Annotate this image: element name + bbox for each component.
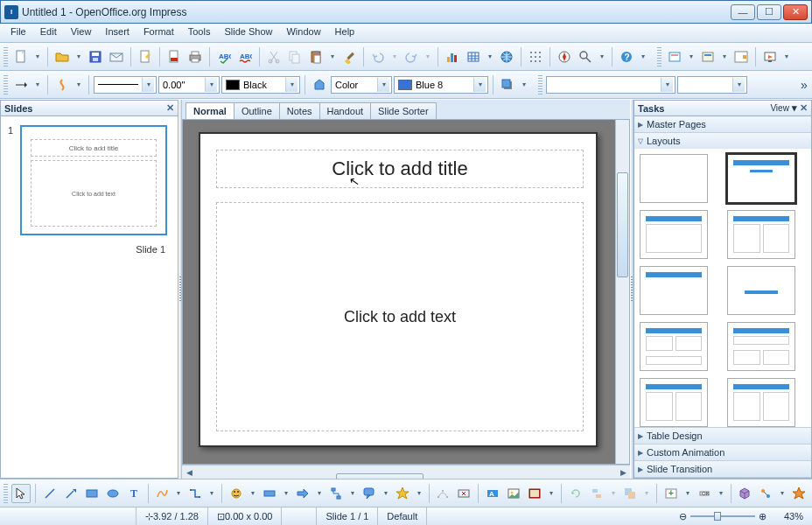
hyperlink-button[interactable]: [497, 47, 516, 66]
slides-panel-close-button[interactable]: ✕: [166, 102, 174, 114]
section-header-table-design[interactable]: ▶Table Design: [634, 428, 811, 444]
gallery-dropdown[interactable]: ▾: [546, 489, 556, 497]
navigator-button[interactable]: [555, 47, 574, 66]
zoom-knob[interactable]: [714, 512, 721, 521]
auto-spellcheck-button[interactable]: ABC: [235, 47, 255, 66]
insert-slide-button[interactable]: +: [662, 484, 681, 503]
slide-thumbnail[interactable]: Click to add title Click to add text: [20, 125, 167, 235]
zoom-out-button[interactable]: ⊖: [679, 511, 687, 522]
cut-button[interactable]: [264, 47, 284, 66]
help-button[interactable]: ?: [617, 47, 636, 66]
new-document-button[interactable]: [11, 47, 31, 66]
section-header-layouts[interactable]: ▽Layouts: [634, 133, 811, 149]
scroll-left-icon[interactable]: ◀: [182, 466, 196, 479]
redo-button[interactable]: [402, 47, 421, 66]
menu-file[interactable]: File: [4, 24, 33, 42]
menu-format[interactable]: Format: [136, 24, 181, 42]
minimize-button[interactable]: —: [731, 4, 755, 20]
arrow-style-button[interactable]: [11, 75, 31, 94]
connector-dropdown[interactable]: ▾: [206, 489, 217, 497]
slide-design-button[interactable]: [698, 47, 718, 66]
scroll-thumb-v[interactable]: [617, 172, 628, 277]
slide-canvas-inner[interactable]: Click to add title ↖ Click to add text: [183, 120, 615, 464]
tab-slide-sorter[interactable]: Slide Sorter: [370, 102, 436, 119]
layout-blank[interactable]: [640, 154, 708, 203]
toolbar-grip-3[interactable]: [4, 75, 8, 94]
menu-slideshow[interactable]: Slide Show: [217, 24, 279, 42]
controls-dropdown[interactable]: ▾: [716, 489, 726, 497]
section-header-slide-transition[interactable]: ▶Slide Transition: [634, 461, 811, 477]
toolbar-grip-4[interactable]: [538, 75, 542, 94]
tasks-panel-close-button[interactable]: ✕: [800, 102, 808, 113]
layout-title-single[interactable]: [640, 210, 708, 259]
layout-title-four-b[interactable]: [727, 378, 795, 427]
format-paintbrush-button[interactable]: [340, 47, 359, 66]
stars-button[interactable]: [393, 484, 412, 503]
fill-mode-combo[interactable]: Color▾: [331, 76, 392, 94]
status-slide-style[interactable]: Default: [378, 508, 427, 525]
help-dropdown[interactable]: ▾: [638, 52, 648, 60]
arrange-button[interactable]: [620, 484, 640, 503]
new-document-dropdown[interactable]: ▾: [32, 52, 43, 60]
slide-dropdown[interactable]: ▾: [686, 52, 696, 60]
tasks-view-link[interactable]: View: [770, 103, 789, 113]
basic-shapes-button[interactable]: [227, 484, 246, 503]
slideshow-button[interactable]: [760, 47, 780, 66]
slideshow-dropdown[interactable]: ▾: [781, 52, 792, 60]
curve-dropdown[interactable]: ▾: [173, 489, 184, 497]
area-style-button[interactable]: [310, 75, 329, 94]
align-dropdown[interactable]: ▾: [608, 489, 619, 497]
save-button[interactable]: [86, 47, 105, 66]
zoom-dropdown[interactable]: ▾: [597, 52, 607, 60]
line-arrow-tool-button[interactable]: [61, 484, 80, 503]
export-pdf-button[interactable]: [164, 47, 184, 66]
zoom-slider[interactable]: ⊖ ⊕: [670, 508, 775, 525]
slide-button[interactable]: [665, 47, 684, 66]
fill-color-combo[interactable]: Blue 8▾: [394, 76, 488, 94]
text-tool-button[interactable]: T: [124, 484, 144, 503]
symbol-shapes-button[interactable]: [260, 484, 279, 503]
controls-button[interactable]: OK: [695, 484, 714, 503]
print-button[interactable]: [186, 47, 205, 66]
menu-edit[interactable]: Edit: [33, 24, 64, 42]
layout-centered-text[interactable]: [727, 266, 795, 315]
menu-tools[interactable]: Tools: [181, 24, 218, 42]
fontwork-button[interactable]: A: [483, 484, 502, 503]
tab-outline[interactable]: Outline: [234, 102, 280, 119]
open-button[interactable]: [52, 47, 72, 66]
select-tool-button[interactable]: [11, 484, 31, 503]
section-header-master-pages[interactable]: ▶Master Pages: [634, 116, 811, 132]
callouts-dropdown[interactable]: ▾: [381, 489, 391, 497]
slide-layout-button[interactable]: [732, 47, 751, 66]
layout-title-two-content[interactable]: [727, 210, 795, 259]
menu-help[interactable]: Help: [328, 24, 362, 42]
extrusion-button[interactable]: [736, 484, 755, 503]
copy-button[interactable]: [285, 47, 304, 66]
layout-title-four-cells[interactable]: [640, 378, 708, 427]
rectangle-tool-button[interactable]: [82, 484, 102, 503]
toolbar-grip[interactable]: [4, 47, 8, 66]
title-placeholder[interactable]: Click to add title: [216, 150, 584, 188]
block-arrows-button[interactable]: [293, 484, 312, 503]
stars-dropdown[interactable]: ▾: [414, 489, 424, 497]
undo-button[interactable]: [368, 47, 388, 66]
align-button[interactable]: [587, 484, 606, 503]
toolbar-overflow[interactable]: »: [798, 74, 810, 96]
line-width-combo[interactable]: 0.00"▾: [158, 76, 220, 94]
vertical-scrollbar[interactable]: [615, 120, 629, 464]
toolbar-grip-2[interactable]: [657, 47, 662, 66]
glue-points-button[interactable]: [454, 484, 473, 503]
menu-window[interactable]: Window: [279, 24, 327, 42]
paste-button[interactable]: [306, 47, 326, 66]
layout-title-content[interactable]: [727, 154, 795, 203]
layout-title-only[interactable]: [640, 266, 708, 315]
line-style-dropdown[interactable]: ▾: [74, 80, 84, 88]
block-arrows-dropdown[interactable]: ▾: [314, 489, 325, 497]
line-color-combo[interactable]: Black▾: [221, 76, 300, 94]
flowchart-dropdown[interactable]: ▾: [347, 489, 358, 497]
section-header-custom-animation[interactable]: ▶Custom Animation: [634, 444, 811, 460]
interaction-dropdown[interactable]: ▾: [777, 489, 788, 497]
undo-dropdown[interactable]: ▾: [389, 52, 400, 60]
menu-view[interactable]: View: [64, 24, 99, 42]
flowchart-button[interactable]: [326, 484, 346, 503]
